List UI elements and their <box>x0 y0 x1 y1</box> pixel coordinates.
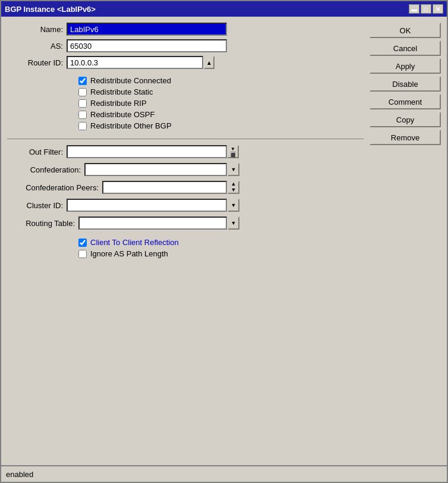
ok-button[interactable]: OK <box>370 23 441 38</box>
redistribute-other-bgp-label: Redistribute Other BGP <box>90 121 172 130</box>
right-panel: OK Cancel Apply Disable Comment Copy Rem… <box>370 23 441 459</box>
router-id-input[interactable] <box>67 56 203 69</box>
separator <box>7 139 364 139</box>
routing-table-input[interactable] <box>78 217 227 230</box>
out-filter-control: ▼ ⬛ <box>67 145 239 158</box>
name-label: Name: <box>7 25 67 34</box>
as-row: AS: <box>7 39 364 52</box>
status-bar: enabled <box>1 465 447 482</box>
confederation-control: ▼ <box>84 163 239 176</box>
redistribute-static-label: Redistribute Static <box>90 87 153 96</box>
routing-table-control: ▼ <box>78 217 239 230</box>
comment-button[interactable]: Comment <box>370 94 441 109</box>
cluster-id-control: ▼ <box>67 199 239 212</box>
confederation-peers-control: ▲ ▼ <box>102 181 239 194</box>
redistribute-ospf-label: Redistribute OSPF <box>90 110 154 119</box>
title-bar-buttons: ▬ □ ✕ <box>409 4 443 14</box>
router-id-label: Router ID: <box>7 58 67 67</box>
confederation-peers-input[interactable] <box>102 181 227 194</box>
window-title: BGP Instance <LabIPv6> <box>5 5 96 14</box>
router-id-spin-up[interactable]: ▲ <box>204 56 214 69</box>
out-filter-input[interactable] <box>67 145 227 158</box>
client-to-client-row: Client To Client Reflection <box>78 238 364 247</box>
cluster-id-row: Cluster ID: ▼ <box>7 199 364 212</box>
confederation-dropdown-button[interactable]: ▼ <box>228 163 239 176</box>
checkbox-row-3: Redistribute OSPF <box>78 110 364 119</box>
routing-table-label: Routing Table: <box>7 219 78 228</box>
name-input[interactable] <box>67 23 227 36</box>
checkbox-row-1: Redistribute Static <box>78 87 364 96</box>
redistribute-rip-label: Redistribute RIP <box>90 99 147 108</box>
apply-button[interactable]: Apply <box>370 58 441 74</box>
ignore-as-path-label: Ignore AS Path Length <box>90 249 168 258</box>
cancel-button[interactable]: Cancel <box>370 40 441 56</box>
title-bar: BGP Instance <LabIPv6> ▬ □ ✕ <box>1 1 447 17</box>
redistribute-other-bgp-checkbox[interactable] <box>78 122 87 130</box>
as-input[interactable] <box>67 39 227 52</box>
confederation-row: Confederation: ▼ <box>7 163 364 176</box>
redistribute-ospf-checkbox[interactable] <box>78 111 87 119</box>
redistribute-connected-checkbox[interactable] <box>78 77 87 85</box>
cluster-id-label: Cluster ID: <box>7 201 67 210</box>
routing-table-row: Routing Table: ▼ <box>7 217 364 230</box>
router-id-row: Router ID: ▲ <box>7 56 364 69</box>
cluster-id-dropdown-button[interactable]: ▼ <box>228 199 239 212</box>
copy-button[interactable]: Copy <box>370 112 441 127</box>
as-label: AS: <box>7 42 67 51</box>
remove-button[interactable]: Remove <box>370 130 441 145</box>
redistribute-group: Redistribute Connected Redistribute Stat… <box>7 76 364 133</box>
confederation-label: Confederation: <box>7 165 84 174</box>
redistribute-connected-label: Redistribute Connected <box>90 76 171 85</box>
bottom-checkbox-group: Client To Client Reflection Ignore AS Pa… <box>7 238 364 261</box>
confederation-peers-row: Confederation Peers: ▲ ▼ <box>7 181 364 194</box>
cluster-id-input[interactable] <box>67 199 227 212</box>
routing-table-dropdown-button[interactable]: ▼ <box>228 217 239 230</box>
router-id-control: ▲ <box>67 56 214 69</box>
checkbox-row-0: Redistribute Connected <box>78 76 364 85</box>
maximize-button[interactable]: □ <box>421 4 431 14</box>
minimize-button[interactable]: ▬ <box>409 4 419 14</box>
left-panel: Name: AS: Router ID: ▲ Redistri <box>7 23 364 459</box>
status-text: enabled <box>6 470 33 479</box>
name-row: Name: <box>7 23 364 36</box>
bgp-instance-window: BGP Instance <LabIPv6> ▬ □ ✕ Name: AS: R… <box>0 0 448 483</box>
close-button[interactable]: ✕ <box>433 4 443 14</box>
disable-button[interactable]: Disable <box>370 76 441 92</box>
client-to-client-checkbox[interactable] <box>78 239 87 247</box>
confederation-peers-label: Confederation Peers: <box>7 183 102 192</box>
confederation-peers-spin-button[interactable]: ▲ ▼ <box>228 181 239 194</box>
ignore-as-path-checkbox[interactable] <box>78 250 87 258</box>
redistribute-static-checkbox[interactable] <box>78 88 87 96</box>
client-to-client-label: Client To Client Reflection <box>90 238 179 247</box>
ignore-as-path-row: Ignore AS Path Length <box>78 249 364 258</box>
redistribute-rip-checkbox[interactable] <box>78 99 87 108</box>
checkbox-row-4: Redistribute Other BGP <box>78 121 364 130</box>
confederation-input[interactable] <box>84 163 227 176</box>
out-filter-dropdown-button[interactable]: ▼ ⬛ <box>227 145 239 158</box>
checkbox-row-2: Redistribute RIP <box>78 99 364 108</box>
out-filter-label: Out Filter: <box>7 148 67 156</box>
out-filter-row: Out Filter: ▼ ⬛ <box>7 145 364 158</box>
main-content: Name: AS: Router ID: ▲ Redistri <box>1 17 447 465</box>
